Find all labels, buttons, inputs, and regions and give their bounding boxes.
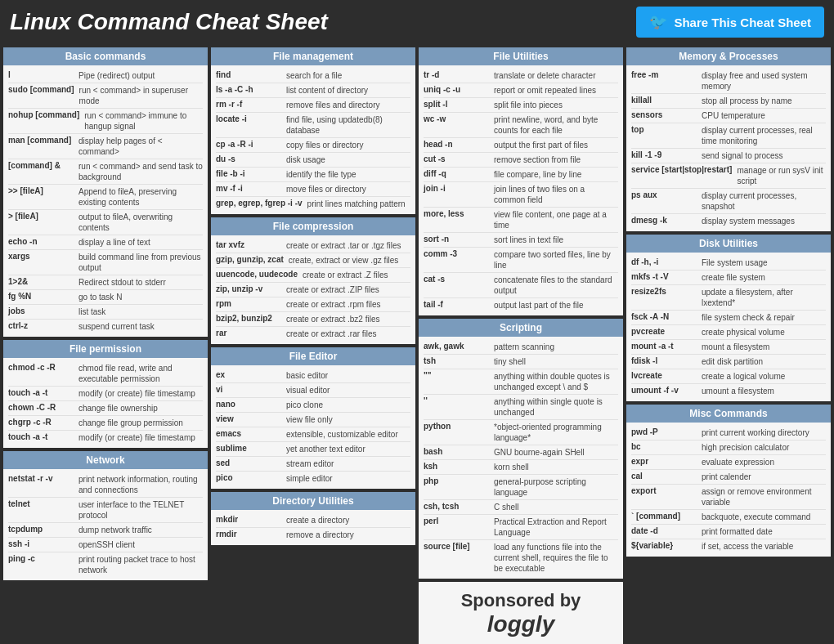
command-desc: find file, using updatedb(8) database <box>286 114 410 136</box>
table-row: tail -foutput last part of the file <box>424 298 618 312</box>
command-desc: basic editor <box>286 370 328 381</box>
directory-utilities-content: mkdircreate a directoryrmdirremove a dir… <box>211 510 415 545</box>
command-key: wc -w <box>424 114 489 136</box>
command-key: l <box>8 70 74 81</box>
table-row: fsck -A -Nfile system check & repair <box>631 311 826 325</box>
table-row: picosimple editor <box>216 472 410 485</box>
command-key: ping -c <box>8 554 74 575</box>
command-key: source [file] <box>424 542 489 574</box>
table-row: 1>2&Redirect stdout to stderr <box>8 275 203 290</box>
misc-commands-content: pwd -Pprint current working directorybch… <box>626 423 831 557</box>
command-desc: remove section from file <box>494 154 581 165</box>
table-row: sudo [command]run < command> in superuse… <box>8 83 203 109</box>
command-desc: join lines of two files on a common fiel… <box>494 184 618 205</box>
command-key: grep, egrep, fgrep -i -v <box>216 199 303 209</box>
command-key: nano <box>216 400 281 410</box>
table-row: rpmcreate or extract .rpm files <box>216 297 410 312</box>
command-key: pico <box>216 473 281 484</box>
command-key: uniq -c -u <box>424 85 489 96</box>
command-key: dmesg -k <box>631 216 697 226</box>
command-desc: mount a filesystem <box>702 342 769 352</box>
main-container: Linux Command Cheat Sheet 🐦 Share This C… <box>0 0 834 644</box>
command-key: more, less <box>424 209 489 230</box>
command-desc: dump network traffic <box>78 525 152 535</box>
command-key: chmod -c -R <box>8 363 74 384</box>
table-row: dmesg -kdisplay system messages <box>631 214 826 228</box>
command-key: tail -f <box>424 300 489 311</box>
table-row: findsearch for a file <box>216 69 410 83</box>
share-button[interactable]: 🐦 Share This Cheat Sheet <box>636 7 824 38</box>
command-key: csh, tcsh <box>424 502 489 512</box>
command-desc: create or extract .rpm files <box>286 299 381 310</box>
table-row: kill -1 -9send signal to process <box>631 149 826 163</box>
command-key: ps aux <box>631 190 697 212</box>
command-key: pwd -P <box>631 427 697 438</box>
misc-commands-section: Misc Commands pwd -Pprint current workin… <box>626 405 831 557</box>
table-row: killallstop all process by name <box>631 94 826 109</box>
command-key: fg %N <box>8 292 74 302</box>
disk-utilities-header: Disk Utilities <box>626 235 831 253</box>
table-row: ` [command]backquote, execute command <box>631 510 826 525</box>
file-utilities-content: tr -dtranslate or delete characteruniq -… <box>419 65 623 315</box>
command-key: sed <box>216 458 281 469</box>
table-row: uniq -c -ureport or omit repeated lines <box>424 83 618 98</box>
command-desc: copy files or directory <box>286 140 363 150</box>
sponsor-text: Sponsored by <box>461 590 581 610</box>
command-key: 1>2& <box>8 277 74 288</box>
network-section: Network netstat -r -vprint network infor… <box>3 451 208 580</box>
command-desc: view file only <box>286 414 333 425</box>
command-key: bzip2, bunzip2 <box>216 314 281 324</box>
command-desc: file system check & repair <box>702 312 795 323</box>
command-desc: update a filesystem, after lxextend* <box>702 287 826 308</box>
command-desc: print current working directory <box>702 427 809 438</box>
command-key: expr <box>631 457 697 467</box>
command-key: split -l <box>424 100 489 110</box>
command-key: sublime <box>216 444 281 454</box>
table-row: ${variable}if set, access the variable <box>631 539 826 553</box>
table-row: resize2fsupdate a filesystem, after lxex… <box>631 285 826 311</box>
table-row: man [command]display help pages of < com… <box>8 134 203 159</box>
command-desc: display a line of text <box>78 237 150 248</box>
command-key: rpm <box>216 299 281 310</box>
table-row: more, lessview file content, one page at… <box>424 208 618 233</box>
command-key: cat -s <box>424 275 489 296</box>
command-key: ex <box>216 370 281 381</box>
table-row: sort -nsort lines in text file <box>424 233 618 248</box>
command-desc: display current processes, snapshot <box>702 190 826 212</box>
command-key: xargs <box>8 252 74 273</box>
command-desc: run < command> immune to hangup signal <box>84 110 203 132</box>
command-key: free -m <box>631 70 697 92</box>
table-row: mv -f -imove files or directory <box>216 182 410 197</box>
table-row: umount -f -vumount a filesystem <box>631 384 826 398</box>
file-management-section: File management findsearch for a filels … <box>211 47 415 214</box>
command-desc: stop all process by name <box>702 96 792 106</box>
command-key: > [fileA] <box>8 212 74 233</box>
command-desc: build command line from previous output <box>78 252 203 273</box>
table-row: sensorsCPU temperature <box>631 109 826 123</box>
command-key: mkfs -t -V <box>631 272 697 283</box>
command-desc: view file content, one page at a time <box>494 209 618 230</box>
command-key: find <box>216 70 281 81</box>
command-key: bc <box>631 442 697 453</box>
table-row: ps auxdisplay current processes, snapsho… <box>631 189 826 214</box>
command-desc: anything within double quotes is unchang… <box>494 371 618 392</box>
command-key: telnet <box>8 499 74 521</box>
command-desc: display system messages <box>702 216 795 226</box>
command-key: killall <box>631 96 697 106</box>
table-row: uuencode, uudecodecreate or extract .Z f… <box>216 268 410 283</box>
sponsor-section: Sponsored by loggly <box>419 582 623 644</box>
table-row: >> [fileA]Append to fileA, preserving ex… <box>8 185 203 210</box>
table-row: calprint calender <box>631 470 826 485</box>
command-key: diff -q <box>424 169 489 180</box>
command-key: df -h, -i <box>631 257 697 268</box>
header: Linux Command Cheat Sheet 🐦 Share This C… <box>0 0 834 44</box>
file-management-content: findsearch for a filels -a -C -hlist con… <box>211 65 415 214</box>
table-row: echo -ndisplay a line of text <box>8 235 203 250</box>
command-key: "" <box>424 371 489 392</box>
command-key: rmdir <box>216 530 281 540</box>
command-key: pvcreate <box>631 327 697 338</box>
command-key: chgrp -c -R <box>8 418 74 428</box>
command-desc: pico clone <box>286 400 323 410</box>
command-desc: Practical Extraction and Report Language <box>494 517 618 538</box>
file-editor-section: File Editor exbasic editorvivisual edito… <box>211 347 415 489</box>
